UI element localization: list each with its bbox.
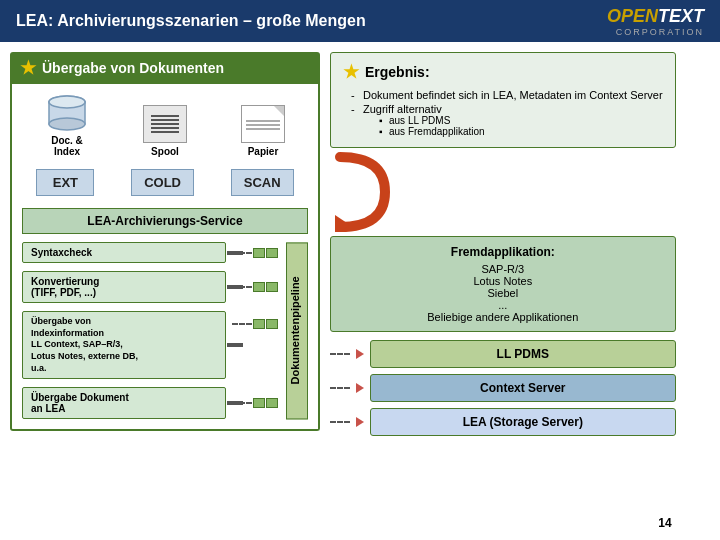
cold-label: COLD [144, 175, 181, 190]
page-number: 14 [658, 516, 671, 530]
star-icon-right: ★ [343, 61, 359, 83]
left-content-box: Doc. &Index [10, 84, 320, 431]
lea-service-box: LEA-Archivierungs-Service [22, 208, 308, 234]
indexinfo-label: Übergabe vonIndexinformationLL Context, … [31, 316, 138, 373]
spool-label: Spool [151, 146, 179, 157]
step-indexinfo-row: Übergabe vonIndexinformationLL Context, … [22, 311, 278, 379]
dashed-lea [330, 421, 350, 423]
ergebnis-section: ★ Ergebnis: Dokument befindet sich in LE… [330, 52, 676, 148]
spool-box: Spool [143, 105, 187, 157]
ergebnis-sub-2: aus Fremdapplikation [379, 126, 663, 137]
fremd-item-2: Lotus Notes [343, 275, 663, 287]
arrow-container [330, 152, 676, 232]
logo-text: TEXT [658, 6, 704, 26]
scan-box: SCAN [231, 169, 294, 196]
ergebnis-list: Dokument befindet sich in LEA, Metadaten… [343, 89, 663, 137]
papier-fold [274, 106, 284, 116]
lea-storage-label: LEA (Storage Server) [463, 415, 583, 429]
pipe-8 [266, 398, 278, 408]
content-grid: ★ Übergabe von Dokumenten [10, 52, 676, 530]
page-title: LEA: Archivierungsszenarien – große Meng… [16, 12, 366, 30]
step-konvertierung-row: Konvertierung(TIFF, PDF, ...) [22, 271, 278, 303]
dokument-label: Übergabe Dokumentan LEA [31, 392, 129, 414]
ext-box: EXT [36, 169, 94, 196]
fremd-item-4: ... [343, 299, 663, 311]
papier-lines [246, 120, 280, 130]
ergebnis-title-text: Ergebnis: [365, 64, 430, 80]
ext-label: EXT [53, 175, 78, 190]
doc-sources-row: Doc. &Index [22, 94, 308, 157]
ll-pdms-row: LL PDMS [330, 340, 676, 368]
arrow-cs [356, 383, 364, 393]
papier-line-2 [246, 124, 280, 126]
spool-icon [143, 105, 187, 143]
doc-index-box: Doc. &Index [45, 94, 89, 157]
pipe-3 [253, 282, 265, 292]
logo-corporation: CORPORATION [607, 27, 704, 37]
ergebnis-sub-1: aus LL PDMS [379, 115, 663, 126]
step-konvertierung: Konvertierung(TIFF, PDF, ...) [22, 271, 226, 303]
lea-service-label: LEA-Archivierungs-Service [87, 214, 242, 228]
opentext-logo: OPENTEXT CORPORATION [607, 6, 704, 37]
star-icon-left: ★ [20, 57, 36, 79]
arrow-lea [356, 417, 364, 427]
pipe-6 [266, 319, 278, 329]
step-indexinfo: Übergabe vonIndexinformationLL Context, … [22, 311, 226, 379]
context-server-label: Context Server [480, 381, 565, 395]
pipe-1 [253, 248, 265, 258]
step-dokument: Übergabe Dokumentan LEA [22, 387, 226, 419]
fremd-items: SAP-R/3 Lotus Notes Siebel ... Beliebige… [343, 263, 663, 323]
main-content: ★ Übergabe von Dokumenten [0, 42, 720, 540]
right-panel: ★ Ergebnis: Dokument befindet sich in LE… [330, 52, 676, 530]
pipeline-label: Dokumentenpipeline [286, 242, 308, 419]
context-server-box: Context Server [370, 374, 676, 402]
db-icon [45, 94, 89, 132]
pipeline-section: Syntaxcheck Konvertierung( [22, 242, 308, 419]
pipe-7 [253, 398, 265, 408]
fremd-title: Fremdapplikation: [343, 245, 663, 259]
pipeline-steps: Syntaxcheck Konvertierung( [22, 242, 278, 419]
app-container: LEA: Archivierungsszenarien – große Meng… [0, 0, 720, 540]
lea-storage-box: LEA (Storage Server) [370, 408, 676, 436]
papier-box: Papier [241, 105, 285, 157]
papier-label: Papier [248, 146, 279, 157]
ll-pdms-label: LL PDMS [497, 347, 549, 361]
pipe-2 [266, 248, 278, 258]
cold-box: COLD [131, 169, 194, 196]
doc-index-label: Doc. &Index [51, 135, 83, 157]
pipe-4 [266, 282, 278, 292]
svg-point-2 [49, 118, 85, 130]
papier-line-1 [246, 120, 280, 122]
input-types-row: EXT COLD SCAN [22, 169, 308, 196]
ergebnis-sub-list: aus LL PDMS aus Fremdapplikation [363, 115, 663, 137]
pipeline-label-text: Dokumentenpipeline [289, 277, 301, 385]
left-section-title: ★ Übergabe von Dokumenten [10, 52, 320, 84]
left-title-text: Übergabe von Dokumenten [42, 60, 224, 76]
fremd-item-3: Siebel [343, 287, 663, 299]
scan-label: SCAN [244, 175, 281, 190]
context-server-row: Context Server [330, 374, 676, 402]
dashed-cs [330, 387, 350, 389]
spool-lines [151, 115, 179, 133]
spool-line-5 [151, 131, 179, 133]
logo-open: OPEN [607, 6, 658, 26]
dashed-line-3 [232, 323, 252, 325]
pipe-5 [253, 319, 265, 329]
step-syntaxcheck-row: Syntaxcheck [22, 242, 278, 263]
step-dokument-row: Übergabe Dokumentan LEA [22, 387, 278, 419]
fremd-item-1: SAP-R/3 [343, 263, 663, 275]
ll-pdms-box: LL PDMS [370, 340, 676, 368]
konvertierung-label: Konvertierung(TIFF, PDF, ...) [31, 276, 99, 298]
fremd-box: Fremdapplikation: SAP-R/3 Lotus Notes Si… [330, 236, 676, 332]
connector-indexinfo [232, 319, 278, 329]
spool-line-1 [151, 115, 179, 117]
header-bar: LEA: Archivierungsszenarien – große Meng… [0, 0, 720, 42]
spool-line-4 [151, 127, 179, 129]
dashed-ll [330, 353, 350, 355]
curved-arrow-svg [330, 152, 390, 232]
svg-point-3 [49, 96, 85, 108]
storage-boxes: LL PDMS Context Server L [330, 340, 676, 436]
spool-line-2 [151, 119, 179, 121]
ergebnis-title-row: ★ Ergebnis: [343, 61, 663, 83]
step-syntaxcheck: Syntaxcheck [22, 242, 226, 263]
